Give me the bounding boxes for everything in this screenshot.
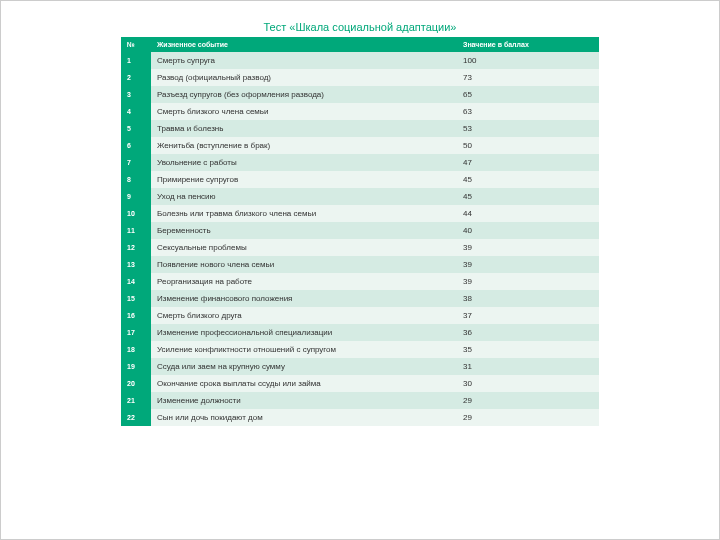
cell-event: Смерть близкого члена семьи <box>151 103 457 120</box>
cell-score: 65 <box>457 86 599 103</box>
cell-num: 21 <box>121 392 151 409</box>
table-row: 21Изменение должности29 <box>121 392 599 409</box>
cell-event: Женитьба (вступление в брак) <box>151 137 457 154</box>
table-row: 18Усиление конфликтности отношений с суп… <box>121 341 599 358</box>
cell-event: Изменение финансового положения <box>151 290 457 307</box>
page-title: Тест «Шкала социальной адаптации» <box>121 21 599 33</box>
col-header-num: № <box>121 37 151 52</box>
cell-event: Сын или дочь покидают дом <box>151 409 457 426</box>
cell-num: 6 <box>121 137 151 154</box>
table-row: 22Сын или дочь покидают дом29 <box>121 409 599 426</box>
cell-score: 29 <box>457 392 599 409</box>
cell-num: 17 <box>121 324 151 341</box>
cell-score: 39 <box>457 239 599 256</box>
cell-num: 18 <box>121 341 151 358</box>
cell-num: 1 <box>121 52 151 69</box>
table-row: 2Развод (официальный развод)73 <box>121 69 599 86</box>
table-row: 12Сексуальные проблемы39 <box>121 239 599 256</box>
cell-event: Развод (официальный развод) <box>151 69 457 86</box>
cell-score: 31 <box>457 358 599 375</box>
table-row: 14Реорганизация на работе39 <box>121 273 599 290</box>
cell-score: 39 <box>457 273 599 290</box>
cell-num: 22 <box>121 409 151 426</box>
table-row: 1Смерть супруга100 <box>121 52 599 69</box>
cell-num: 3 <box>121 86 151 103</box>
cell-num: 10 <box>121 205 151 222</box>
cell-num: 8 <box>121 171 151 188</box>
col-header-score: Значение в баллах <box>457 37 599 52</box>
cell-event: Примирение супругов <box>151 171 457 188</box>
cell-event: Уход на пенсию <box>151 188 457 205</box>
cell-score: 47 <box>457 154 599 171</box>
cell-event: Травма и болезнь <box>151 120 457 137</box>
table-row: 11Беременность40 <box>121 222 599 239</box>
table-row: 4Смерть близкого члена семьи63 <box>121 103 599 120</box>
cell-score: 38 <box>457 290 599 307</box>
content-area: Тест «Шкала социальной адаптации» № Жизн… <box>1 1 719 426</box>
cell-score: 45 <box>457 188 599 205</box>
cell-num: 2 <box>121 69 151 86</box>
cell-score: 100 <box>457 52 599 69</box>
table-row: 15Изменение финансового положения38 <box>121 290 599 307</box>
cell-score: 39 <box>457 256 599 273</box>
table-row: 7Увольнение с работы47 <box>121 154 599 171</box>
table-row: 3Разъезд супругов (без оформления развод… <box>121 86 599 103</box>
cell-event: Ссуда или заем на крупную сумму <box>151 358 457 375</box>
cell-event: Увольнение с работы <box>151 154 457 171</box>
cell-event: Сексуальные проблемы <box>151 239 457 256</box>
cell-num: 5 <box>121 120 151 137</box>
cell-score: 50 <box>457 137 599 154</box>
slide: Тест «Шкала социальной адаптации» № Жизн… <box>0 0 720 540</box>
cell-event: Беременность <box>151 222 457 239</box>
table-row: 6Женитьба (вступление в брак)50 <box>121 137 599 154</box>
cell-score: 35 <box>457 341 599 358</box>
cell-num: 13 <box>121 256 151 273</box>
adaptation-scale-table: № Жизненное событие Значение в баллах 1С… <box>121 37 599 426</box>
table-row: 17Изменение профессиональной специализац… <box>121 324 599 341</box>
cell-event: Изменение профессиональной специализации <box>151 324 457 341</box>
table-row: 9Уход на пенсию45 <box>121 188 599 205</box>
cell-event: Смерть близкого друга <box>151 307 457 324</box>
cell-score: 45 <box>457 171 599 188</box>
cell-event: Разъезд супругов (без оформления развода… <box>151 86 457 103</box>
cell-num: 15 <box>121 290 151 307</box>
cell-score: 73 <box>457 69 599 86</box>
table-row: 8Примирение супругов45 <box>121 171 599 188</box>
table-row: 20Окончание срока выплаты ссуды или займ… <box>121 375 599 392</box>
cell-num: 7 <box>121 154 151 171</box>
col-header-event: Жизненное событие <box>151 37 457 52</box>
table-row: 19Ссуда или заем на крупную сумму31 <box>121 358 599 375</box>
cell-event: Изменение должности <box>151 392 457 409</box>
cell-event: Реорганизация на работе <box>151 273 457 290</box>
table-header-row: № Жизненное событие Значение в баллах <box>121 37 599 52</box>
cell-score: 63 <box>457 103 599 120</box>
cell-num: 12 <box>121 239 151 256</box>
cell-num: 16 <box>121 307 151 324</box>
cell-num: 4 <box>121 103 151 120</box>
cell-num: 14 <box>121 273 151 290</box>
cell-event: Появление нового члена семьи <box>151 256 457 273</box>
cell-score: 40 <box>457 222 599 239</box>
cell-score: 36 <box>457 324 599 341</box>
cell-event: Смерть супруга <box>151 52 457 69</box>
cell-num: 19 <box>121 358 151 375</box>
cell-num: 11 <box>121 222 151 239</box>
table-row: 10Болезнь или травма близкого члена семь… <box>121 205 599 222</box>
table-row: 13Появление нового члена семьи39 <box>121 256 599 273</box>
table-row: 16Смерть близкого друга37 <box>121 307 599 324</box>
cell-num: 9 <box>121 188 151 205</box>
cell-score: 37 <box>457 307 599 324</box>
table-row: 5Травма и болезнь53 <box>121 120 599 137</box>
cell-score: 53 <box>457 120 599 137</box>
table-body: 1Смерть супруга1002Развод (официальный р… <box>121 52 599 426</box>
cell-score: 29 <box>457 409 599 426</box>
cell-event: Усиление конфликтности отношений с супру… <box>151 341 457 358</box>
cell-score: 30 <box>457 375 599 392</box>
cell-num: 20 <box>121 375 151 392</box>
cell-event: Окончание срока выплаты ссуды или займа <box>151 375 457 392</box>
cell-score: 44 <box>457 205 599 222</box>
cell-event: Болезнь или травма близкого члена семьи <box>151 205 457 222</box>
